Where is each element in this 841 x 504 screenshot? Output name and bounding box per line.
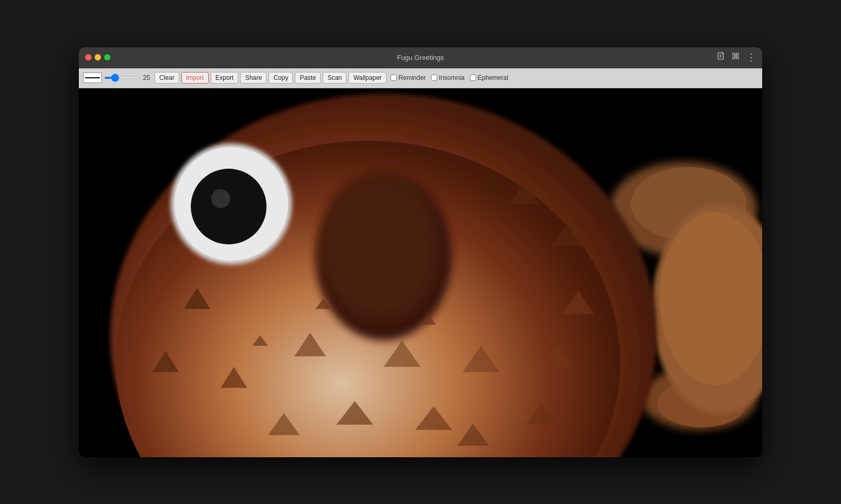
insomnia-label[interactable]: Insomnia: [431, 74, 465, 81]
ephemeral-text: Ephemeral: [478, 74, 508, 81]
wallpaper-button[interactable]: Wallpaper: [348, 72, 386, 84]
close-button[interactable]: [85, 54, 91, 60]
ephemeral-label[interactable]: Ephemeral: [470, 74, 508, 81]
app-window: Fugu Greetings ⋮: [79, 47, 762, 457]
maximize-button[interactable]: [104, 54, 110, 60]
ephemeral-checkbox[interactable]: [470, 75, 476, 81]
svg-rect-39: [79, 88, 762, 457]
pen-preview: [83, 73, 102, 83]
copy-button[interactable]: Copy: [269, 72, 293, 84]
paste-button[interactable]: Paste: [295, 72, 321, 84]
pufferfish-image: [79, 88, 762, 457]
reminder-label[interactable]: Reminder: [391, 74, 426, 81]
reminder-text: Reminder: [398, 74, 426, 81]
titlebar: Fugu Greetings ⋮: [79, 47, 762, 68]
insomnia-checkbox[interactable]: [431, 75, 437, 81]
import-button[interactable]: Import: [181, 72, 209, 84]
size-slider[interactable]: [104, 77, 141, 79]
reminder-checkbox[interactable]: [391, 75, 397, 81]
slider-value: 25: [143, 74, 152, 81]
traffic-lights: [85, 54, 110, 60]
more-options-icon[interactable]: ⋮: [746, 53, 756, 62]
checkbox-group: Reminder Insomnia Ephemeral: [391, 74, 508, 81]
scan-button[interactable]: Scan: [323, 72, 346, 84]
slider-container: 25: [104, 74, 152, 81]
clear-button[interactable]: Clear: [155, 72, 179, 84]
pen-line: [85, 77, 100, 78]
titlebar-actions: ⋮: [717, 52, 756, 63]
share-button[interactable]: Share: [240, 72, 266, 84]
minimize-button[interactable]: [95, 54, 101, 60]
toolbar: 25 Clear Import Export Share Copy Paste …: [79, 68, 762, 88]
new-document-icon[interactable]: [717, 52, 725, 63]
puzzle-icon[interactable]: [732, 52, 740, 63]
canvas-area[interactable]: [79, 88, 762, 457]
export-button[interactable]: Export: [211, 72, 239, 84]
window-title: Fugu Greetings: [397, 54, 444, 61]
insomnia-text: Insomnia: [439, 74, 465, 81]
